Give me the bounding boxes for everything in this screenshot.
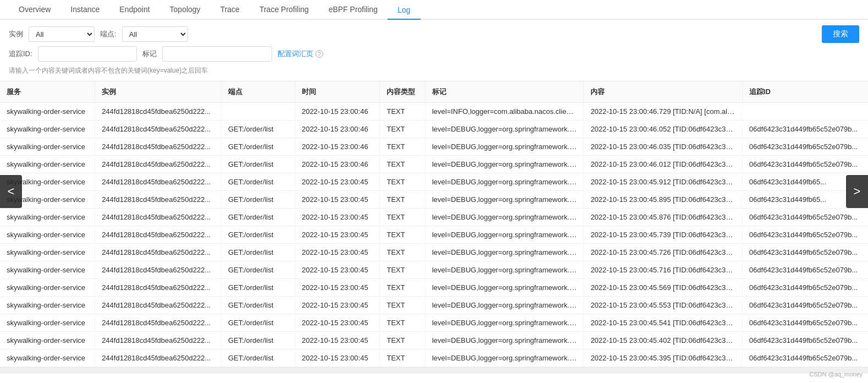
- cell-instance: 244fd12818cd45fdbea6250d222...: [95, 297, 222, 314]
- cell-type: TEXT: [380, 261, 425, 279]
- cell-traceid: 06df6423c31d449fb65c52e079b...: [742, 209, 868, 226]
- table-row[interactable]: skywalking-order-service244fd12818cd45fd…: [0, 191, 868, 209]
- cell-type: TEXT: [380, 138, 425, 156]
- table-row[interactable]: skywalking-order-service244fd12818cd45fd…: [0, 209, 868, 226]
- cell-content: 2022-10-15 23:00:46.035 [TID:06df6423c31…: [584, 138, 742, 156]
- nav-topology[interactable]: Topology: [160, 0, 211, 19]
- navigation-bar: Overview Instance Endpoint Topology Trac…: [0, 0, 868, 20]
- table-row[interactable]: skywalking-order-service244fd12818cd45fd…: [0, 173, 868, 191]
- cell-time: 2022-10-15 23:00:45: [295, 297, 380, 314]
- table-row[interactable]: skywalking-order-service244fd12818cd45fd…: [0, 121, 868, 138]
- config-link-text: 配置词汇页: [278, 49, 313, 59]
- cell-service: skywalking-order-service: [0, 297, 95, 314]
- cell-type: TEXT: [380, 209, 425, 226]
- cell-tag: level=DEBUG,logger=org.springframework.c…: [425, 261, 583, 279]
- next-arrow[interactable]: >: [846, 175, 868, 208]
- tag-input[interactable]: [162, 46, 272, 62]
- cell-content: 2022-10-15 23:00:45.726 [TID:06df6423c31…: [584, 244, 742, 261]
- table-row[interactable]: skywalking-order-service244fd12818cd45fd…: [0, 138, 868, 156]
- endpoint-select[interactable]: All: [122, 26, 188, 42]
- cell-tag: level=DEBUG,logger=org.springframework.c…: [425, 226, 583, 244]
- nav-endpoint[interactable]: Endpoint: [109, 0, 159, 19]
- cell-traceid: 06df6423c31d449fb65c52e079b...: [742, 226, 868, 244]
- cell-instance: 244fd12818cd45fdbea6250d222...: [95, 156, 222, 173]
- instance-label: 实例: [9, 29, 23, 39]
- cell-type: TEXT: [380, 297, 425, 314]
- cell-tag: level=DEBUG,logger=org.springframework.c…: [425, 244, 583, 261]
- cell-service: skywalking-order-service: [0, 261, 95, 279]
- cell-tag: level=DEBUG,logger=org.springframework.c…: [425, 297, 583, 314]
- table-row[interactable]: skywalking-order-service244fd12818cd45fd…: [0, 226, 868, 244]
- cell-service: skywalking-order-service: [0, 138, 95, 156]
- nav-instance[interactable]: Instance: [60, 0, 109, 19]
- cell-service: skywalking-order-service: [0, 226, 95, 244]
- nav-trace[interactable]: Trace: [211, 0, 250, 19]
- table-row[interactable]: skywalking-order-service244fd12818cd45fd…: [0, 314, 868, 332]
- nav-log[interactable]: Log: [388, 0, 420, 20]
- table-row[interactable]: skywalking-order-service244fd12818cd45fd…: [0, 297, 868, 314]
- cell-service: skywalking-order-service: [0, 349, 95, 367]
- col-header-instance: 实例: [95, 81, 222, 103]
- traceid-label: 追踪ID:: [9, 49, 32, 59]
- instance-select[interactable]: All: [29, 26, 95, 42]
- table-row[interactable]: skywalking-order-service244fd12818cd45fd…: [0, 244, 868, 261]
- cell-instance: 244fd12818cd45fdbea6250d222...: [95, 244, 222, 261]
- cell-service: skywalking-order-service: [0, 103, 95, 121]
- cell-endpoint: GET:/order/list: [221, 261, 295, 279]
- cell-endpoint: GET:/order/list: [221, 121, 295, 138]
- hint-text: 请输入一个内容关键词或者内容不包含的关键词(key=value)之后回车: [9, 65, 859, 79]
- nav-trace-profiling[interactable]: Trace Profiling: [250, 0, 319, 19]
- col-header-content: 内容: [584, 81, 742, 103]
- prev-arrow[interactable]: <: [0, 175, 22, 208]
- cell-tag: level=DEBUG,logger=org.springframework.c…: [425, 314, 583, 332]
- cell-instance: 244fd12818cd45fdbea6250d222...: [95, 349, 222, 367]
- cell-endpoint: GET:/order/list: [221, 279, 295, 297]
- cell-time: 2022-10-15 23:00:45: [295, 261, 380, 279]
- cell-endpoint: GET:/order/list: [221, 209, 295, 226]
- cell-traceid: 06df6423c31d449fb65c52e079b...: [742, 121, 868, 138]
- cell-traceid: 06df6423c31d449fb65c52e079b...: [742, 297, 868, 314]
- cell-tag: level=DEBUG,logger=org.springframework.c…: [425, 121, 583, 138]
- config-link[interactable]: 配置词汇页 ?: [278, 49, 323, 59]
- search-button[interactable]: 搜索: [822, 25, 859, 43]
- cell-tag: level=DEBUG,logger=org.springframework.c…: [425, 279, 583, 297]
- horizontal-scrollbar[interactable]: [0, 367, 868, 374]
- cell-content: 2022-10-15 23:00:45.895 [TID:06df6423c31…: [584, 191, 742, 209]
- cell-instance: 244fd12818cd45fdbea6250d222...: [95, 279, 222, 297]
- cell-service: skywalking-order-service: [0, 314, 95, 332]
- table-row[interactable]: skywalking-order-service244fd12818cd45fd…: [0, 156, 868, 173]
- cell-endpoint: GET:/order/list: [221, 138, 295, 156]
- table-row[interactable]: skywalking-order-service244fd12818cd45fd…: [0, 349, 868, 367]
- cell-content: 2022-10-15 23:00:45.395 [TID:06df6423c31…: [584, 349, 742, 367]
- table-row[interactable]: skywalking-order-service244fd12818cd45fd…: [0, 332, 868, 349]
- cell-endpoint: GET:/order/list: [221, 332, 295, 349]
- cell-traceid: 06df6423c31d449fb65c52e079b...: [742, 156, 868, 173]
- watermark: CSDN @aq_money: [809, 371, 863, 374]
- cell-type: TEXT: [380, 173, 425, 191]
- cell-instance: 244fd12818cd45fdbea6250d222...: [95, 209, 222, 226]
- cell-tag: level=DEBUG,logger=org.springframework.c…: [425, 349, 583, 367]
- cell-tag: level=DEBUG,logger=org.springframework.c…: [425, 173, 583, 191]
- traceid-input[interactable]: [38, 46, 137, 62]
- endpoint-label: 端点:: [100, 29, 117, 39]
- table-row[interactable]: skywalking-order-service244fd12818cd45fd…: [0, 261, 868, 279]
- cell-traceid: 06df6423c31d449fb65c52e079b...: [742, 349, 868, 367]
- cell-content: 2022-10-15 23:00:46.052 [TID:06df6423c31…: [584, 121, 742, 138]
- cell-endpoint: GET:/order/list: [221, 226, 295, 244]
- cell-time: 2022-10-15 23:00:46: [295, 121, 380, 138]
- cell-service: skywalking-order-service: [0, 121, 95, 138]
- col-header-service: 服务: [0, 81, 95, 103]
- cell-endpoint: GET:/order/list: [221, 244, 295, 261]
- nav-overview[interactable]: Overview: [9, 0, 60, 19]
- nav-ebpf-profiling[interactable]: eBPF Profiling: [319, 0, 388, 19]
- cell-time: 2022-10-15 23:00:45: [295, 349, 380, 367]
- table-row[interactable]: skywalking-order-service244fd12818cd45fd…: [0, 279, 868, 297]
- cell-type: TEXT: [380, 349, 425, 367]
- cell-content: 2022-10-15 23:00:46.012 [TID:06df6423c31…: [584, 156, 742, 173]
- cell-time: 2022-10-15 23:00:46: [295, 103, 380, 121]
- table-row[interactable]: skywalking-order-service244fd12818cd45fd…: [0, 103, 868, 121]
- cell-traceid: 06df6423c31d449fb65c52e079b...: [742, 244, 868, 261]
- cell-content: 2022-10-15 23:00:45.912 [TID:06df6423c31…: [584, 173, 742, 191]
- cell-traceid: [742, 103, 868, 121]
- cell-time: 2022-10-15 23:00:45: [295, 173, 380, 191]
